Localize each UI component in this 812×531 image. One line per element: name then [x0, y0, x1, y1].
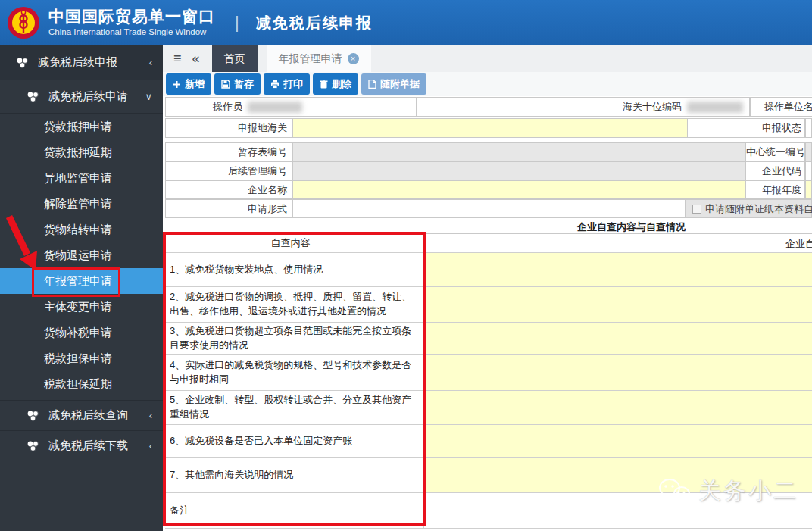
brand-subtitle: China International Trade Single Window [48, 27, 215, 37]
new-button[interactable]: 新增 [166, 73, 211, 95]
sidebar-item-goods-transfer-apply[interactable]: 货物结转申请 [0, 217, 163, 242]
customs-code-label: 海关十位编码 [417, 100, 687, 114]
followup-no-label-cell: 后续管理编号 [165, 161, 292, 180]
followup-no-label: 后续管理编号 [166, 164, 292, 178]
sidebar-group-followup-apply[interactable]: 减免税后续申请 ∨ [0, 80, 163, 114]
module-icon [26, 410, 41, 422]
sidebar-item-annual-report-apply[interactable]: 年报管理申请 [0, 268, 163, 294]
self-check-answer-6[interactable] [424, 425, 812, 457]
chevron-left-icon[interactable]: ‹ [149, 440, 152, 451]
table-row: 4、实际进口的减免税货物的规格、型号和技术参数是否与申报时相同 [165, 355, 812, 391]
self-check-item-6: 6、减免税设备是否已入本单位固定资产账 [165, 425, 424, 457]
sidebar-item-remote-supervision-apply[interactable]: 异地监管申请 [0, 165, 163, 191]
operator-value-redacted [248, 102, 302, 113]
operator-field-cell: 操作员 [165, 97, 417, 117]
sidebar-group-label: 减免税后续下载 [48, 439, 128, 453]
menu-hamburger-icon[interactable]: ≡ [173, 51, 182, 67]
table-row: 5、企业改制、转型、股权转让或合并、分立及其他资产重组情况 [165, 391, 812, 425]
temp-no-input [292, 142, 746, 161]
sidebar-item-tax-guarantee-extend[interactable]: 税款担保延期 [0, 371, 163, 397]
company-name-input[interactable] [292, 180, 746, 199]
sidebar-item-tax-guarantee-apply[interactable]: 税款担保申请 [0, 345, 163, 371]
save-icon [221, 80, 230, 89]
chevron-down-icon[interactable]: ∨ [145, 91, 152, 102]
chevron-left-icon[interactable]: ‹ [149, 57, 152, 68]
remarks-input[interactable] [424, 493, 812, 528]
delete-button[interactable]: 删除 [313, 73, 358, 95]
declare-customs-label-cell: 申报地海关 [165, 118, 292, 138]
apply-form-label: 申请形式 [166, 202, 292, 216]
sidebar-nav: 减免税后续申报 ‹ 减免税后续申请 ∨ 贷款抵押申请 贷款抵押延期 异地监管申请… [0, 45, 163, 531]
sidebar-item-goods-return-apply[interactable]: 货物退运申请 [0, 242, 163, 268]
sidebar-item-goods-tax-supplement-apply[interactable]: 货物补税申请 [0, 320, 163, 345]
module-icon [26, 91, 41, 103]
sidebar-group-label: 减免税后续查询 [48, 408, 128, 423]
declare-status-label-cell: 申报状态 [688, 118, 805, 138]
temp-no-label-cell: 暂存表编号 [165, 142, 292, 161]
annual-year-label: 年报年度 [746, 183, 804, 197]
chevron-left-icon[interactable]: ‹ [149, 410, 152, 421]
self-check-answer-3[interactable] [424, 323, 812, 354]
center-no-input [805, 142, 812, 161]
sidebar-item-subject-change-apply[interactable]: 主体变更申请 [0, 294, 163, 320]
sidebar-item-release-supervision-apply[interactable]: 解除监管申请 [0, 191, 163, 217]
brand-block: 中国国际贸易单一窗口 China International Trade Sin… [48, 8, 215, 37]
self-check-answer-4[interactable] [424, 355, 812, 390]
self-check-item-5: 5、企业改制、转型、股权转让或合并、分立及其他资产重组情况 [165, 391, 424, 424]
declare-customs-label: 申报地海关 [166, 121, 292, 135]
self-check-answer-1[interactable] [424, 253, 812, 286]
column-header-situation-label: 企业自查情况 [785, 237, 812, 251]
header-divider: | [235, 13, 239, 33]
paper-docs-checkbox-label: 申请随附单证纸本资料自行 [705, 202, 812, 216]
table-row: 2、减免税进口货物的调换、抵押、质押、留置、转让、出售、移作他用、退运境外或进行… [165, 287, 812, 323]
column-header-situation: 企业自查情况 [424, 234, 812, 252]
plus-icon [173, 80, 181, 89]
operator-label: 操作员 [166, 100, 248, 114]
section-title: 企业自查内容与自查情况 [577, 220, 686, 234]
self-check-answer-5[interactable] [424, 391, 812, 424]
table-row: 1、减免税货物安装地点、使用情况 [165, 253, 812, 287]
print-button[interactable]: 打印 [264, 73, 310, 95]
sidebar-group-followup-download[interactable]: 减免税后续下载 ‹ [0, 430, 163, 461]
table-row: 备注 [165, 493, 812, 529]
sidebar-root-menu[interactable]: 减免税后续申报 ‹ [0, 45, 163, 80]
self-check-answer-2[interactable] [424, 287, 812, 322]
self-check-item-2: 2、减免税进口货物的调换、抵押、质押、留置、转让、出售、移作他用、退运境外或进行… [165, 287, 424, 322]
self-check-answer-7[interactable] [424, 458, 812, 492]
tab-home[interactable]: 首页 [212, 45, 258, 72]
collapse-tabs-icon[interactable]: « [192, 51, 200, 67]
self-check-table: 自查内容 企业自查情况 1、减免税货物安装地点、使用情况 2、减免税进口货物的调… [165, 233, 812, 529]
sidebar-item-loan-mortgage-extend[interactable]: 贷款抵押延期 [0, 139, 163, 165]
apply-form-label-cell: 申请形式 [165, 199, 292, 218]
tab-label: 年报管理申请 [279, 52, 342, 66]
annual-year-input[interactable] [805, 180, 812, 199]
table-row: 6、减免税设备是否已入本单位固定资产账 [165, 425, 812, 458]
print-icon [270, 80, 280, 89]
sidebar-group-followup-query[interactable]: 减免税后续查询 ‹ [0, 400, 163, 430]
paper-docs-checkbox-cell: 申请随附单证纸本资料自行 [686, 199, 812, 218]
self-check-item-7: 7、其他需向海关说明的情况 [165, 458, 424, 492]
paper-docs-checkbox[interactable] [692, 205, 701, 214]
sidebar-item-loan-mortgage-apply[interactable]: 贷款抵押申请 [0, 114, 163, 139]
trash-icon [320, 80, 328, 89]
apply-form-input[interactable] [292, 199, 686, 218]
remarks-label: 备注 [165, 493, 424, 528]
module-icon [26, 440, 41, 452]
table-row: 7、其他需向海关说明的情况 [165, 458, 812, 493]
company-code-label-cell: 企业代码 [746, 161, 805, 180]
company-name-label-cell: 企业名称 [165, 180, 292, 199]
company-code-input [805, 161, 812, 180]
tab-annual-report[interactable]: 年报管理申请 × [267, 45, 371, 72]
close-icon[interactable]: × [348, 53, 359, 64]
center-no-label-cell: 中心统一编号 [746, 142, 805, 161]
declare-status-label: 申报状态 [688, 121, 804, 135]
app-window: 中国国际贸易单一窗口 China International Trade Sin… [0, 0, 812, 531]
self-check-item-4: 4、实际进口的减免税货物的规格、型号和技术参数是否与申报时相同 [165, 355, 424, 390]
attached-documents-button[interactable]: 随附单据 [361, 73, 426, 95]
sidebar-root-label: 减免税后续申报 [38, 55, 117, 70]
declare-status-input[interactable] [805, 118, 812, 138]
top-header: 中国国际贸易单一窗口 China International Trade Sin… [0, 0, 812, 45]
declare-customs-input[interactable] [292, 118, 688, 138]
save-draft-button[interactable]: 暂存 [214, 73, 261, 95]
annual-year-label-cell: 年报年度 [746, 180, 805, 199]
